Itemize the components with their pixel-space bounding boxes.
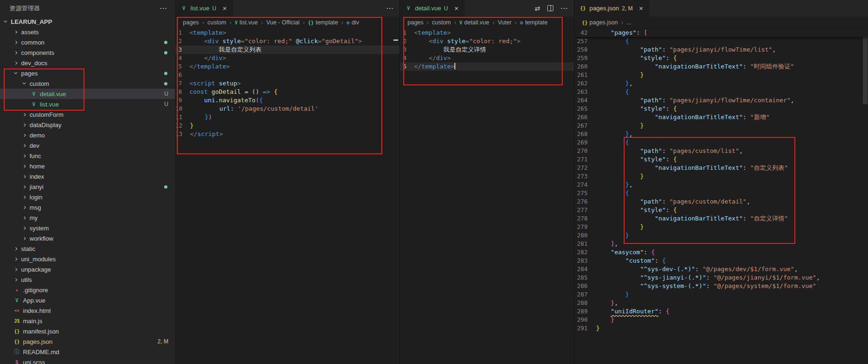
tree-item-pages[interactable]: pages xyxy=(0,68,175,78)
code-editor-detail-vue[interactable]: 1<template>2 <div style="color: red;">3 … xyxy=(400,29,574,71)
tree-item-customForm[interactable]: customForm xyxy=(0,109,175,120)
tree-item-dev_docs[interactable]: dev_docs xyxy=(0,58,175,68)
code-line-289[interactable]: 289 "uniIdRouter": { xyxy=(574,307,868,316)
tree-item-manifest.json[interactable]: {}manifest.json xyxy=(0,326,175,336)
more-actions-icon[interactable]: ⋯ xyxy=(560,4,568,13)
more-actions-icon[interactable]: ⋯ xyxy=(386,4,394,13)
tree-item-uni.scss[interactable]: Suni.scss xyxy=(0,357,175,364)
tree-item-static[interactable]: static xyxy=(0,243,175,254)
tree-item-custom[interactable]: custom xyxy=(0,78,175,89)
tree-item-unpackage[interactable]: unpackage xyxy=(0,264,175,274)
code-line-2[interactable]: 2 <div style="color: red;" @click="goDet… xyxy=(175,37,400,46)
breadcrumb-item-...[interactable]: ... xyxy=(626,19,631,26)
tree-item-login[interactable]: login xyxy=(0,192,175,202)
code-line-271[interactable]: 271 "style": { xyxy=(574,155,868,164)
code-line-260[interactable]: 260 "navigationBarTitleText": "时间组件验证" xyxy=(574,62,868,71)
breadcrumb-item-template[interactable]: ⊙template xyxy=(520,19,548,26)
code-line-284[interactable]: 284 "^sys-dev-(.*)": "@/pages/dev/$1/for… xyxy=(574,265,868,273)
code-line-11[interactable]: 11 }) xyxy=(175,113,400,121)
code-line-291[interactable]: 291} xyxy=(574,324,868,333)
tab-detail-vue[interactable]: V detail.vue U × xyxy=(400,0,465,16)
tree-item-App.vue[interactable]: VApp.vue xyxy=(0,295,175,305)
tree-item-components[interactable]: components xyxy=(0,47,175,58)
code-line-269[interactable]: 269 { xyxy=(574,138,868,147)
code-line-7[interactable]: 7<script setup> xyxy=(175,79,400,88)
breadcrumb-item-list.vue[interactable]: Vlist.vue xyxy=(235,19,258,26)
breadcrumb-item-detail.vue[interactable]: Vdetail.vue xyxy=(460,19,490,26)
code-line-13[interactable]: 13</script> xyxy=(175,130,400,138)
tree-item-index[interactable]: index xyxy=(0,171,175,182)
close-icon[interactable]: × xyxy=(637,4,645,12)
code-line-9[interactable]: 9 uni.navigateTo({ xyxy=(175,96,400,105)
code-line-268[interactable]: 268 }, xyxy=(574,130,868,138)
tree-item-list.vue[interactable]: Vlist.vueU xyxy=(0,99,175,109)
tree-item-system[interactable]: system xyxy=(0,223,175,233)
code-line-281[interactable]: 281 ], xyxy=(574,240,868,248)
compare-changes-icon[interactable]: ⇄ xyxy=(535,5,540,12)
tree-item-dev[interactable]: dev xyxy=(0,140,175,151)
breadcrumb-item-Vue-Official[interactable]: Vue - Official xyxy=(266,19,300,26)
code-line-1[interactable]: 1<template> xyxy=(400,29,574,37)
tree-item-assets[interactable]: assets xyxy=(0,27,175,37)
code-line-274[interactable]: 274 }, xyxy=(574,181,868,189)
code-line-285[interactable]: 285 "^sys-jianyi-(.*)": "@/pages/jianyi/… xyxy=(574,273,868,282)
tree-item-README.md[interactable]: ⓘREADME.md xyxy=(0,347,175,357)
code-line-288[interactable]: 288 }, xyxy=(574,299,868,307)
tree-item-msg[interactable]: msg xyxy=(0,202,175,212)
breadcrumb-item-custom[interactable]: custom xyxy=(432,19,451,26)
tree-item-uni_modules[interactable]: uni_modules xyxy=(0,254,175,264)
code-line-287[interactable]: 287 } xyxy=(574,290,868,299)
code-line-283[interactable]: 283 "custom": { xyxy=(574,257,868,265)
tree-item-dataDisplay[interactable]: dataDisplay xyxy=(0,120,175,130)
code-line-264[interactable]: 264 "path": "pages/jianyi/flowTime/conta… xyxy=(574,96,868,105)
code-line-2[interactable]: 2 <div style="color: red;"> xyxy=(400,37,574,46)
code-line-6[interactable]: 6 xyxy=(175,71,400,79)
code-line-272[interactable]: 272 "navigationBarTitleText": "自定义列表" xyxy=(574,164,868,172)
code-line-42[interactable]: 42 "pages": [ xyxy=(574,29,868,37)
breadcrumb-item-Vuter[interactable]: Vuter xyxy=(498,19,511,26)
code-line-4[interactable]: 4 </div> xyxy=(400,54,574,62)
code-line-278[interactable]: 278 "navigationBarTitleText": "自定义详情" xyxy=(574,214,868,223)
code-line-4[interactable]: 4 </div> xyxy=(175,54,400,62)
code-line-5[interactable]: 5</template> xyxy=(400,62,574,71)
tab-list-vue[interactable]: V list.vue U × xyxy=(175,0,234,16)
code-line-259[interactable]: 259 "style": { xyxy=(574,54,868,62)
tree-item-main.js[interactable]: JSmain.js xyxy=(0,316,175,326)
code-line-282[interactable]: 282 "easycom": { xyxy=(574,248,868,257)
code-line-258[interactable]: 258 "path": "pages/jianyi/flowTime/list"… xyxy=(574,46,868,54)
code-line-262[interactable]: 262 }, xyxy=(574,79,868,88)
tree-item-demo[interactable]: demo xyxy=(0,130,175,140)
breadcrumb-item-pages.json[interactable]: {}pages.json xyxy=(582,19,618,26)
close-icon[interactable]: × xyxy=(453,4,460,12)
more-actions-icon[interactable]: ⋯ xyxy=(159,4,167,13)
breadcrumb-item-template[interactable]: {}template xyxy=(308,19,338,26)
code-line-280[interactable]: 280 } xyxy=(574,231,868,240)
code-line-12[interactable]: 12} xyxy=(175,121,400,130)
code-line-10[interactable]: 10 url: '/pages/custom/detail' xyxy=(175,105,400,113)
tree-item-detail.vue[interactable]: Vdetail.vueU xyxy=(0,89,175,99)
code-editor-pages-json[interactable]: 42 "pages": [257 {258 "path": "pages/jia… xyxy=(574,29,868,333)
breadcrumb-item-custom[interactable]: custom xyxy=(207,19,226,26)
code-line-279[interactable]: 279 } xyxy=(574,223,868,231)
tree-item-workflow[interactable]: workflow xyxy=(0,233,175,243)
code-line-275[interactable]: 275 { xyxy=(574,189,868,197)
tree-item-my[interactable]: my xyxy=(0,212,175,223)
code-line-276[interactable]: 276 "path": "pages/custom/detail", xyxy=(574,197,868,206)
code-line-273[interactable]: 273 } xyxy=(574,172,868,181)
code-line-263[interactable]: 263 { xyxy=(574,88,868,96)
code-line-5[interactable]: 5</template> xyxy=(175,62,400,71)
tree-item-jianyi[interactable]: jianyi xyxy=(0,182,175,192)
split-editor-icon[interactable] xyxy=(547,5,553,11)
breadcrumb-item-pages[interactable]: pages xyxy=(408,19,423,26)
tree-item-home[interactable]: home xyxy=(0,161,175,171)
code-line-3[interactable]: 3 我是自定义详情 xyxy=(400,46,574,54)
tree-item-common[interactable]: common xyxy=(0,37,175,47)
code-line-266[interactable]: 266 "navigationBarTitleText": "新增" xyxy=(574,113,868,121)
code-line-277[interactable]: 277 "style": { xyxy=(574,206,868,214)
code-line-265[interactable]: 265 "style": { xyxy=(574,105,868,113)
explorer-root-folder[interactable]: LEARUN_APP xyxy=(0,16,175,27)
code-line-257[interactable]: 257 { xyxy=(574,37,868,46)
code-line-3[interactable]: 3 我是自定义列表 xyxy=(175,46,400,54)
close-icon[interactable]: × xyxy=(221,4,228,12)
code-editor-list-vue[interactable]: 1<template>2 <div style="color: red;" @c… xyxy=(175,29,400,138)
